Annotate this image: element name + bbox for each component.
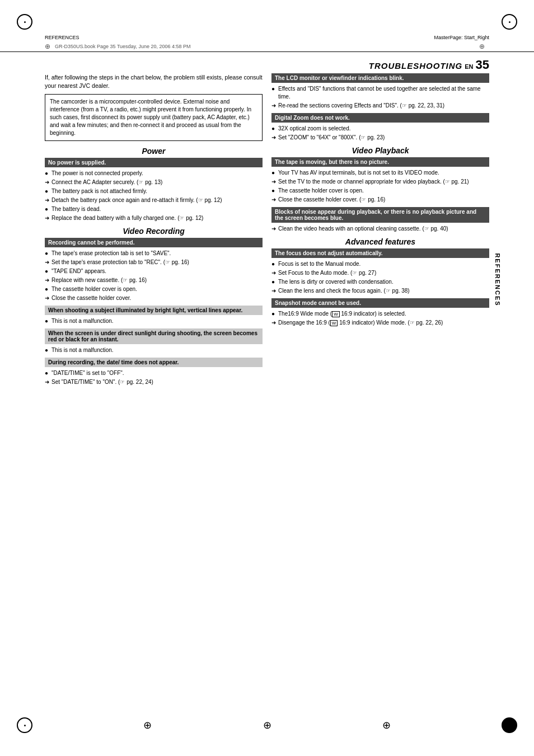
item-text: Set Focus to the Auto mode. (☞ pg. 27) [278, 269, 376, 277]
bullet-icon: ● [271, 278, 278, 286]
lcd-blink-items: ● Effects and "DIS" functions that canno… [271, 85, 489, 110]
list-item: ● The16:9 Wide mode (W 16:9 indicator) i… [271, 310, 489, 318]
bullet-icon: ● [45, 187, 51, 195]
digital-zoom-section: Digital Zoom does not work. ● 32X optica… [271, 113, 489, 142]
right-column: The LCD monitor or viewfinder indication… [271, 73, 489, 389]
item-text: Your TV has AV input terminals, but is n… [278, 169, 439, 177]
bright-light-items: ● This is not a malfunction. [45, 317, 263, 325]
reg-mark-top-right [502, 14, 517, 30]
list-item: ➜ Close the cassette holder cover. (☞ pg… [271, 196, 489, 204]
noise-blocks-items: ➜ Clean the video heads with an optional… [271, 225, 489, 233]
left-column: If, after following the steps in the cha… [45, 73, 263, 389]
file-info: GR-D350US.book Page 35 Tuesday, June 20,… [55, 44, 191, 49]
arrow-icon: ➜ [45, 276, 51, 284]
info-box: The camcorder is a microcomputer-control… [45, 94, 263, 141]
direct-sunlight-header: When the screen is under direct sunlight… [45, 328, 263, 344]
bottom-marks: ⊕ ⊕ ⊕ [0, 706, 534, 745]
item-text: Set "DATE/TIME" to "ON". (☞ pg. 22, 24) [51, 378, 153, 386]
reg-mark-bottom-right [502, 717, 517, 733]
list-item: ● "TAPE END" appears. [45, 267, 263, 275]
page-wrapper: REFERENCES MasterPage: Start_Right GR-D3… [0, 0, 534, 756]
item-text: Close the cassette holder cover. (☞ pg. … [278, 196, 385, 204]
arrow-icon: ➜ [45, 378, 51, 386]
bullet-icon: ● [45, 267, 51, 275]
list-item: ● Your TV has AV input terminals, but is… [271, 169, 489, 177]
list-item: ● This is not a malfunction. [45, 346, 263, 354]
direct-sunlight-items: ● This is not a malfunction. [45, 346, 263, 354]
list-item: ➜ Set "ZOOM" to "64X" or "800X". (☞ pg. … [271, 134, 489, 142]
list-item: ● This is not a malfunction. [45, 317, 263, 325]
item-text: Disengage the 16:9 (W 16:9 indicator) Wi… [278, 319, 443, 327]
bullet-icon: ● [271, 85, 278, 93]
header-left: REFERENCES [45, 35, 79, 40]
item-text: Set the TV to the mode or channel approp… [278, 178, 469, 186]
tape-moving-items: ● Your TV has AV input terminals, but is… [271, 169, 489, 204]
reg-mark-top-left [17, 14, 32, 30]
arrow-icon: ➜ [45, 179, 51, 186]
item-text: Clean the video heads with an optional c… [278, 225, 448, 233]
list-item: ➜ Set the tape's erase protection tab to… [45, 259, 263, 266]
crosshair-bottom-center-left: ⊕ [143, 719, 152, 731]
bullet-icon: ● [45, 205, 51, 213]
list-item: ➜ Detach the battery pack once again and… [45, 196, 263, 204]
list-item: ● The power is not connected properly. [45, 170, 263, 177]
crosshair-icon: ⊕ [263, 719, 271, 731]
arrow-icon: ➜ [45, 294, 51, 302]
header-right: MasterPage: Start_Right [434, 35, 489, 40]
list-item: ➜ Replace the dead battery with a fully … [45, 214, 263, 222]
crosshair-icon: ⊕ [143, 719, 152, 731]
list-item: ● "DATE/TIME" is set to "OFF". [45, 369, 263, 377]
list-item: ● 32X optical zoom is selected. [271, 125, 489, 133]
list-item: ● The lens is dirty or covered with cond… [271, 278, 489, 286]
page-number: 35 [476, 58, 489, 72]
item-text: 32X optical zoom is selected. [278, 125, 351, 133]
bullet-icon: ● [45, 369, 51, 377]
arrow-icon: ➜ [271, 319, 278, 327]
item-text: "TAPE END" appears. [51, 267, 106, 275]
item-text: Re-read the sections covering Effects an… [278, 102, 444, 110]
item-text: This is not a malfunction. [51, 317, 114, 325]
digital-zoom-items: ● 32X optical zoom is selected. ➜ Set "Z… [271, 125, 489, 142]
bullet-icon: ● [45, 346, 51, 354]
list-item: ● Focus is set to the Manual mode. [271, 260, 489, 268]
focus-items: ● Focus is set to the Manual mode. ➜ Set… [271, 260, 489, 295]
arrow-icon: ➜ [271, 134, 278, 142]
side-label: REFERENCES [494, 253, 500, 306]
reg-mark-bottom-left [17, 717, 32, 733]
lcd-blink-header: The LCD monitor or viewfinder indication… [271, 73, 489, 83]
crosshair-bottom-center-right: ⊕ [382, 719, 391, 731]
item-text: The16:9 Wide mode (W 16:9 indicator) is … [278, 310, 406, 318]
list-item: ➜ Set "DATE/TIME" to "ON". (☞ pg. 22, 24… [45, 378, 263, 386]
list-item: ● The cassette holder cover is open. [271, 187, 489, 195]
item-text: The battery is dead. [51, 205, 101, 213]
arrow-icon: ➜ [271, 225, 278, 233]
list-item: ➜ Connect the AC Adapter securely. (☞ pg… [45, 179, 263, 186]
item-text: Connect the AC Adapter securely. (☞ pg. … [51, 179, 162, 186]
item-text: Clean the lens and check the focus again… [278, 287, 410, 295]
crosshair-icon-right [479, 43, 487, 50]
bullet-icon: ● [271, 125, 278, 133]
snapshot-items: ● The16:9 Wide mode (W 16:9 indicator) i… [271, 310, 489, 327]
list-item: ➜ Clean the lens and check the focus aga… [271, 287, 489, 295]
list-item: ● Effects and "DIS" functions that canno… [271, 85, 489, 101]
list-item: ● The cassette holder cover is open. [45, 285, 263, 293]
item-text: Set "ZOOM" to "64X" or "800X". (☞ pg. 23… [278, 134, 385, 142]
arrow-icon: ➜ [271, 178, 278, 186]
top-marks [0, 0, 534, 34]
item-text: The power is not connected properly. [51, 170, 143, 177]
list-item: ➜ Set the TV to the mode or channel appr… [271, 178, 489, 186]
list-item: ➜ Close the cassette holder cover. [45, 294, 263, 302]
list-item: ➜ Replace with new cassette. (☞ pg. 16) [45, 276, 263, 284]
bullet-icon: ● [271, 310, 278, 318]
item-text: Detach the battery pack once again and r… [51, 196, 222, 204]
info-box-text: The camcorder is a microcomputer-control… [50, 98, 251, 136]
item-text: Set the tape's erase protection tab to "… [51, 259, 189, 266]
advanced-features-header: Advanced features [271, 237, 489, 246]
item-text: The tape's erase protection tab is set t… [51, 250, 171, 257]
recording-cannot-header: Recording cannot be performed. [45, 238, 263, 247]
no-power-items: ● The power is not connected properly. ➜… [45, 170, 263, 222]
arrow-icon: ➜ [271, 287, 278, 295]
focus-header: The focus does not adjust automatically. [271, 248, 489, 258]
list-item: ● The battery pack is not attached firml… [45, 187, 263, 195]
bullet-icon: ● [45, 250, 51, 257]
